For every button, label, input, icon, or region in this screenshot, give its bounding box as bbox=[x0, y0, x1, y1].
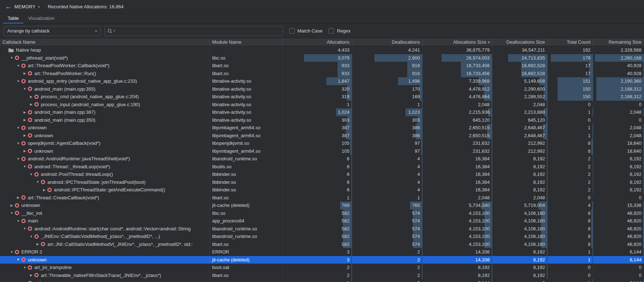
expand-arrow-icon[interactable]: ▶ bbox=[9, 204, 15, 207]
collapse-arrow-icon[interactable]: ▼ bbox=[22, 227, 28, 230]
value-cell: 4 bbox=[352, 155, 423, 163]
table-row[interactable]: ▼android::AndroidRuntime::start(char con… bbox=[0, 225, 644, 233]
column-header-deallocations-size[interactable]: Deallocations Size bbox=[493, 38, 548, 46]
table-row[interactable]: ▶android::IPCThreadState::getAndExecuteC… bbox=[0, 186, 644, 194]
collapse-arrow-icon[interactable]: ▼ bbox=[15, 258, 21, 261]
back-arrow-icon[interactable]: ← bbox=[5, 3, 14, 10]
table-row[interactable]: ▶art::JNI::CallStaticVoidMethodV(_JNIEnv… bbox=[0, 240, 644, 248]
collapse-arrow-icon[interactable]: ▼ bbox=[15, 79, 21, 83]
value-proportion-bar bbox=[593, 155, 593, 163]
expand-arrow-icon[interactable]: ▶ bbox=[41, 188, 47, 192]
tab-visualization[interactable]: Visualization bbox=[23, 14, 59, 23]
collapse-arrow-icon[interactable]: ▼ bbox=[15, 142, 21, 145]
value-proportion-bar bbox=[491, 155, 492, 163]
table-row[interactable]: ▼android::Thread::_threadLoop(void*)libu… bbox=[0, 163, 644, 171]
expand-arrow-icon[interactable]: ▶ bbox=[28, 103, 34, 106]
table-row[interactable]: ▶art::Thread::CreateCallback(void*)libar… bbox=[0, 194, 644, 202]
table-row[interactable]: ▼mainapp_process645825744,153,1004,106,1… bbox=[0, 217, 644, 225]
expand-arrow-icon[interactable]: ▶ bbox=[22, 118, 28, 122]
tree-indent bbox=[0, 65, 15, 66]
collapse-arrow-icon[interactable]: ▼ bbox=[22, 266, 28, 269]
tree-indent bbox=[0, 166, 22, 167]
checkbox-icon[interactable] bbox=[289, 28, 295, 34]
table-row[interactable]: Native heap4,4334,24136,875,77934,547,21… bbox=[0, 46, 644, 54]
value-text: 0 bbox=[588, 102, 591, 107]
expand-arrow-icon[interactable]: ▶ bbox=[22, 134, 28, 137]
match-case-checkbox[interactable]: Match Case bbox=[289, 28, 322, 34]
column-header-deallocations[interactable]: Deallocations bbox=[352, 38, 423, 46]
table-row[interactable]: ▶process_input (android_native_app_glue.… bbox=[0, 101, 644, 109]
collapse-arrow-icon[interactable]: ▼ bbox=[22, 87, 28, 91]
method-icon bbox=[15, 250, 19, 254]
collapse-arrow-icon[interactable]: ▼ bbox=[9, 211, 15, 215]
regex-checkbox[interactable]: Regex bbox=[329, 28, 351, 34]
value-text: 2 bbox=[588, 172, 591, 177]
expand-arrow-icon[interactable]: ▶ bbox=[28, 95, 34, 99]
value-text: 8,192 bbox=[533, 273, 545, 278]
column-header-module-name[interactable]: Module Name bbox=[210, 38, 283, 46]
column-header-allocations-size[interactable]: Allocations Size▾ bbox=[423, 38, 493, 46]
table-row[interactable]: ▼__pthread_start(void*)libc.so3,0792,900… bbox=[0, 54, 644, 62]
table-row[interactable]: ▶unknownjit-cache (deleted)7697655,734,3… bbox=[0, 201, 644, 209]
collapse-arrow-icon[interactable]: ▼ bbox=[22, 165, 28, 168]
table-row[interactable]: ▼android::PoolThread::threadLoop()libbin… bbox=[0, 170, 644, 178]
column-header-total-count[interactable]: Total Count bbox=[548, 38, 593, 46]
search-box[interactable]: ▾ bbox=[104, 26, 283, 36]
view-tabs: Table Visualization bbox=[0, 14, 644, 24]
value-cell: 231,632 bbox=[423, 139, 493, 147]
table-row[interactable]: ▼ERROR 2ERROR3214,3368,19216,144 bbox=[0, 248, 644, 256]
session-selector[interactable]: MEMORY ▾ bbox=[14, 4, 40, 9]
table-row[interactable]: ▶unknown106,144016,144 bbox=[0, 279, 644, 282]
collapse-arrow-icon[interactable]: ▼ bbox=[15, 126, 21, 130]
collapse-arrow-icon[interactable]: ▼ bbox=[15, 157, 21, 161]
table-row[interactable]: ▶process_cmd (android_native_app_glue.c:… bbox=[0, 93, 644, 101]
column-header-allocations[interactable]: Allocations bbox=[283, 38, 352, 46]
expand-arrow-icon[interactable]: ▶ bbox=[35, 242, 41, 246]
table-row[interactable]: ▶unknownlibjvmtiagent_arm64.so10597231,6… bbox=[0, 147, 644, 155]
module-name-cell: libandroid_runtime.so bbox=[210, 233, 283, 240]
table-row[interactable]: ▼_JNIEnv::CallStaticVoidMethod(_jclass*,… bbox=[0, 233, 644, 240]
table-row[interactable]: ▼openjdkjvmti::AgentCallback(void*)libop… bbox=[0, 139, 644, 147]
table-row[interactable]: ▶android_main (main.cpp:387)libnative-ac… bbox=[0, 108, 644, 116]
search-input[interactable] bbox=[117, 28, 280, 34]
tree-indent bbox=[0, 244, 35, 244]
table-row[interactable]: ▶art::Throwable_nativeFillInStackTrace(_… bbox=[0, 272, 644, 279]
column-header-remaining-size[interactable]: Remaining Size bbox=[593, 38, 644, 46]
table-row[interactable]: ▼android_main (main.cpp:355)libnative-ac… bbox=[0, 85, 644, 93]
value-cell: 1,024 bbox=[283, 108, 352, 116]
value-text: 1 bbox=[347, 280, 349, 282]
value-text: 46,920 bbox=[627, 234, 641, 239]
collapse-arrow-icon[interactable]: ▼ bbox=[15, 64, 21, 68]
value-proportion-bar bbox=[351, 163, 352, 171]
table-row[interactable]: ▶art::ThreadPoolWorker::Run()libart.so93… bbox=[0, 70, 644, 78]
table-row[interactable]: ▼android::IPCThreadState::joinThreadPool… bbox=[0, 178, 644, 186]
method-icon bbox=[34, 172, 39, 177]
expand-arrow-icon[interactable]: ▶ bbox=[22, 149, 28, 153]
table-row[interactable]: ▼__libc_initlibc.so5825744,153,1004,106,… bbox=[0, 209, 644, 217]
tab-table[interactable]: Table bbox=[3, 14, 23, 23]
collapse-arrow-icon[interactable]: ▼ bbox=[28, 235, 34, 238]
table-row[interactable]: ▼art_jni_trampolineboot.oat228,1928,1920… bbox=[0, 264, 644, 272]
table-row[interactable]: ▶unknownlibjvmtiagent_arm64.so3873862,65… bbox=[0, 132, 644, 140]
table-row[interactable]: ▼unknownjit-cache (deleted)3214,3368,192… bbox=[0, 256, 644, 264]
expand-arrow-icon[interactable]: ▶ bbox=[28, 273, 34, 277]
collapse-arrow-icon[interactable]: ▼ bbox=[15, 219, 21, 223]
checkbox-icon[interactable] bbox=[329, 28, 334, 34]
value-proportion-bar bbox=[592, 279, 593, 282]
expand-arrow-icon[interactable]: ▶ bbox=[15, 196, 21, 199]
expand-arrow-icon[interactable]: ▶ bbox=[22, 110, 28, 114]
collapse-arrow-icon[interactable]: ▼ bbox=[28, 173, 34, 176]
arrange-dropdown[interactable]: Arrange by callstack ▾ bbox=[4, 26, 100, 36]
table-row[interactable]: ▼android::AndroidRuntime::javaThreadShel… bbox=[0, 155, 644, 163]
table-body: Native heap4,4334,24136,875,77934,547,21… bbox=[0, 46, 644, 282]
column-header-callstack-name[interactable]: Callstack Name bbox=[0, 38, 210, 46]
expand-arrow-icon[interactable]: ▶ bbox=[22, 71, 28, 75]
collapse-arrow-icon[interactable]: ▼ bbox=[9, 250, 15, 254]
table-row[interactable]: ▼art::ThreadPoolWorker::Callback(void*)l… bbox=[0, 62, 644, 70]
collapse-arrow-icon[interactable]: ▼ bbox=[9, 56, 15, 60]
table-row[interactable]: ▼android_app_entry (android_native_app_g… bbox=[0, 77, 644, 85]
value-text: 2 bbox=[588, 164, 591, 169]
collapse-arrow-icon[interactable]: ▼ bbox=[35, 180, 41, 184]
table-row[interactable]: ▶android_main (main.cpp:350)libnative-ac… bbox=[0, 116, 644, 124]
table-row[interactable]: ▼unknownlibjvmtiagent_arm64.so3873862,65… bbox=[0, 124, 644, 132]
